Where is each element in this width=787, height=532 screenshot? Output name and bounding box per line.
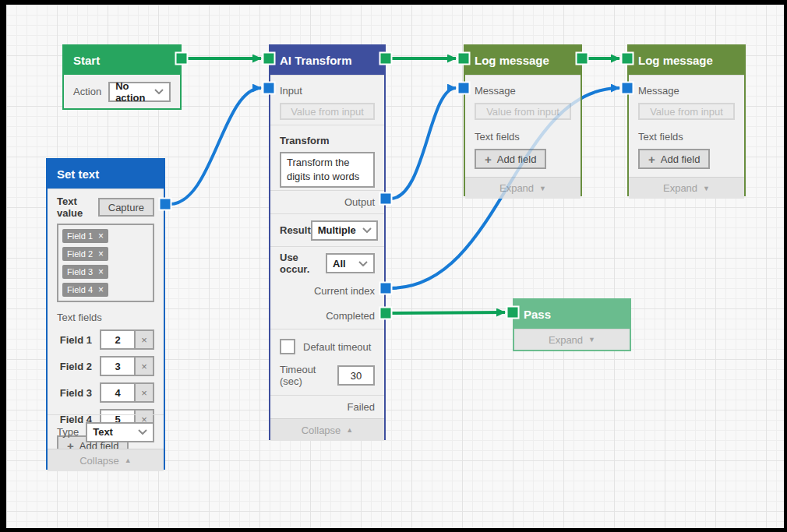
node-log-message-1[interactable]: Log message Message Text fields + Add fi… <box>464 44 582 196</box>
chip-field-1: Field 1 × <box>62 229 108 243</box>
collapse-up-icon: ▲ <box>346 426 353 434</box>
completed-port-label: Completed <box>280 310 375 322</box>
close-icon[interactable]: × <box>98 285 104 294</box>
message-value-field <box>638 103 735 120</box>
field-3-input[interactable] <box>100 382 136 403</box>
remove-field-button[interactable]: × <box>134 356 154 376</box>
type-label: Type <box>57 426 79 438</box>
port-pass-in[interactable] <box>508 308 518 318</box>
port-aitransform-out[interactable] <box>381 54 391 64</box>
field-row-2: Field 2 × <box>57 356 154 376</box>
port-log1-in[interactable] <box>459 54 469 64</box>
collapse-up-icon: ▲ <box>125 456 132 464</box>
port-log1-out[interactable] <box>577 54 588 64</box>
node-pass-title: Pass <box>524 308 551 321</box>
use-occur-select[interactable]: All <box>326 253 375 273</box>
default-timeout-label: Default timeout <box>303 341 371 353</box>
close-icon: × <box>141 334 147 346</box>
port-log2-in[interactable] <box>623 54 633 64</box>
collapse-button[interactable]: Collapse ▲ <box>270 418 384 441</box>
result-select[interactable]: Multiple <box>311 220 378 241</box>
edge-completed-to-pass[interactable] <box>390 312 505 313</box>
plus-icon: + <box>648 153 655 165</box>
action-label: Action <box>73 86 101 97</box>
node-log-message-2[interactable]: Log message Message Text fields + Add fi… <box>627 44 746 196</box>
flow-canvas[interactable]: Start Action No action AI Transform Inpu… <box>6 5 784 528</box>
field-row-1: Field 1 × <box>57 329 154 350</box>
edge-output-to-log1-message[interactable] <box>390 88 456 199</box>
message-port-label: Message <box>475 85 516 97</box>
text-fields-label: Text fields <box>638 131 735 143</box>
add-field-button[interactable]: + Add field <box>475 149 546 169</box>
field-2-input[interactable] <box>100 356 136 376</box>
timeout-input[interactable] <box>337 365 375 386</box>
chip-field-4: Field 4 × <box>62 283 108 297</box>
action-select[interactable]: No action <box>108 82 171 102</box>
node-ai-transform[interactable]: AI Transform Input Transform Transform t… <box>269 44 386 440</box>
expand-button[interactable]: Expand ▼ <box>629 177 744 199</box>
transform-textarea[interactable]: Transform the digits into words <box>280 152 375 188</box>
port-start-out[interactable] <box>177 54 187 64</box>
timeout-label: Timeout (sec) <box>280 364 337 387</box>
field-1-input[interactable] <box>100 329 136 350</box>
node-set-text[interactable]: Set text Text value Capture Field 1 × Fi… <box>46 158 165 470</box>
port-aitransform-current-index[interactable] <box>381 284 391 294</box>
close-icon[interactable]: × <box>98 267 104 277</box>
plus-icon: + <box>485 153 492 165</box>
node-log-message-2-title: Log message <box>638 54 713 67</box>
chevron-down-icon <box>138 429 147 435</box>
add-field-button[interactable]: + Add field <box>638 149 710 169</box>
expand-button[interactable]: Expand ▼ <box>514 329 630 350</box>
node-log-message-1-header[interactable]: Log message <box>465 46 581 75</box>
port-aitransform-completed[interactable] <box>381 308 391 319</box>
input-port-label: Input <box>280 85 302 97</box>
node-ai-transform-header[interactable]: AI Transform <box>270 46 384 75</box>
node-ai-transform-title: AI Transform <box>280 54 352 67</box>
text-fields-label: Text fields <box>475 131 571 143</box>
port-settext-text-value-out[interactable] <box>161 199 171 210</box>
remove-field-button[interactable]: × <box>134 329 154 350</box>
text-value-label: Text value <box>57 196 98 219</box>
close-icon: × <box>141 387 147 399</box>
default-timeout-checkbox[interactable] <box>280 339 295 354</box>
use-occur-label: Use occur. <box>280 252 326 275</box>
port-log1-message[interactable] <box>459 83 469 93</box>
expand-down-icon: ▼ <box>703 185 710 192</box>
chevron-down-icon <box>362 227 372 233</box>
message-value-field <box>475 103 571 120</box>
failed-port-label: Failed <box>280 401 375 413</box>
text-fields-label: Text fields <box>57 312 154 323</box>
node-pass[interactable]: Pass Expand ▼ <box>513 298 631 351</box>
port-aitransform-output[interactable] <box>381 194 391 204</box>
node-start-title: Start <box>73 54 100 67</box>
edge-settext-to-aitransform-input[interactable] <box>170 88 261 204</box>
port-aitransform-input[interactable] <box>264 83 274 93</box>
capture-button[interactable]: Capture <box>98 198 154 217</box>
close-icon[interactable]: × <box>98 231 104 241</box>
node-pass-header[interactable]: Pass <box>514 300 630 329</box>
collapse-button[interactable]: Collapse ▲ <box>48 449 164 471</box>
port-aitransform-in[interactable] <box>264 54 274 64</box>
node-set-text-header[interactable]: Set text <box>48 160 164 188</box>
expand-down-icon: ▼ <box>539 185 546 192</box>
chip-field-3: Field 3 × <box>62 265 108 279</box>
close-icon[interactable]: × <box>98 249 104 259</box>
node-start-header[interactable]: Start <box>64 46 180 75</box>
chip-field-2: Field 2 × <box>62 247 108 261</box>
captured-fields-box: Field 1 × Field 2 × Field 3 × Field 4 × <box>57 224 154 302</box>
node-log-message-1-title: Log message <box>475 54 549 67</box>
result-label: Result <box>280 224 311 236</box>
expand-button[interactable]: Expand ▼ <box>465 177 581 199</box>
node-start[interactable]: Start Action No action <box>62 44 182 110</box>
close-icon: × <box>141 361 147 372</box>
chevron-down-icon <box>154 89 164 94</box>
type-select[interactable]: Text <box>86 422 154 442</box>
port-log2-message[interactable] <box>623 83 633 93</box>
transform-label: Transform <box>280 135 330 146</box>
screenshot-frame: Start Action No action AI Transform Inpu… <box>0 0 787 532</box>
node-log-message-2-header[interactable]: Log message <box>629 46 744 75</box>
expand-down-icon: ▼ <box>588 336 595 344</box>
remove-field-button[interactable]: × <box>134 382 154 403</box>
input-value-field <box>280 103 375 120</box>
field-row-3: Field 3 × <box>57 382 154 403</box>
